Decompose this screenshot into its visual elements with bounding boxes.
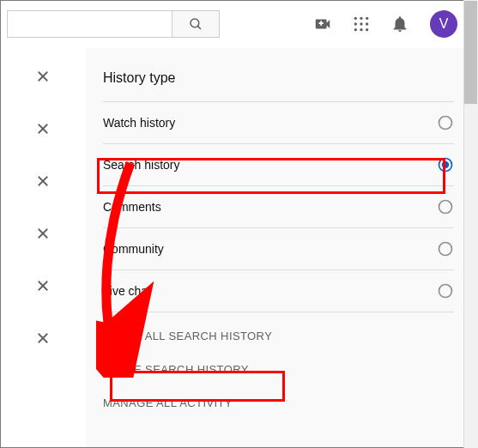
option-search-history[interactable]: Search history [103,144,454,185]
svg-point-4 [354,16,357,19]
svg-point-9 [366,22,368,25]
left-column [0,48,86,448]
create-video-icon[interactable] [313,15,332,33]
radio-unselected-icon [437,198,454,215]
scrollbar-thumb[interactable] [464,1,477,104]
top-icons: V [313,10,471,38]
remove-item-button[interactable] [35,330,51,350]
remove-item-button[interactable] [35,226,51,245]
remove-item-button[interactable] [35,173,51,193]
svg-point-27 [442,161,449,168]
history-type-panel: History type Watch history Search histor… [86,48,478,448]
option-label: Comments [103,200,161,214]
svg-point-12 [366,28,368,31]
svg-rect-3 [320,21,322,25]
option-community[interactable]: Community [103,228,454,269]
search-container [7,10,220,38]
svg-point-11 [360,28,362,31]
apps-icon[interactable] [353,15,370,33]
manage-all-activity-link[interactable]: MANAGE ALL ACTIVITY [103,386,454,420]
content-area: History type Watch history Search histor… [0,48,478,448]
pause-search-history-link[interactable]: PAUSE SEARCH HISTORY [103,353,454,386]
avatar[interactable]: V [430,10,457,38]
option-label: Live chat [103,284,151,298]
option-live-chat[interactable]: Live chat [103,270,454,312]
remove-item-button[interactable] [35,278,51,298]
search-button[interactable] [172,10,220,38]
top-bar: V [0,0,478,48]
svg-point-28 [439,201,452,214]
scrollbar[interactable] [463,0,478,448]
option-label: Community [103,242,164,256]
svg-point-6 [366,16,368,19]
avatar-initial: V [439,16,449,32]
option-comments[interactable]: Comments [103,186,454,227]
svg-point-30 [439,285,452,298]
remove-item-button[interactable] [35,121,51,141]
svg-point-5 [360,16,362,19]
remove-item-button[interactable] [35,69,51,88]
notifications-icon[interactable] [390,15,409,33]
option-watch-history[interactable]: Watch history [103,102,454,143]
radio-unselected-icon [437,240,454,257]
radio-unselected-icon [437,114,454,131]
search-icon [188,16,203,32]
svg-line-1 [197,26,201,29]
radio-unselected-icon [437,282,454,300]
search-input[interactable] [7,10,172,38]
panel-title: History type [103,65,454,91]
svg-point-7 [354,22,357,25]
option-label: Search history [103,158,179,172]
svg-point-0 [191,19,199,27]
svg-point-8 [360,22,362,25]
svg-point-25 [439,117,452,130]
svg-point-10 [354,28,357,31]
svg-point-29 [439,243,452,256]
radio-selected-icon [437,156,454,173]
option-label: Watch history [103,116,175,130]
clear-search-history-link[interactable]: CLEAR ALL SEARCH HISTORY [103,319,454,353]
